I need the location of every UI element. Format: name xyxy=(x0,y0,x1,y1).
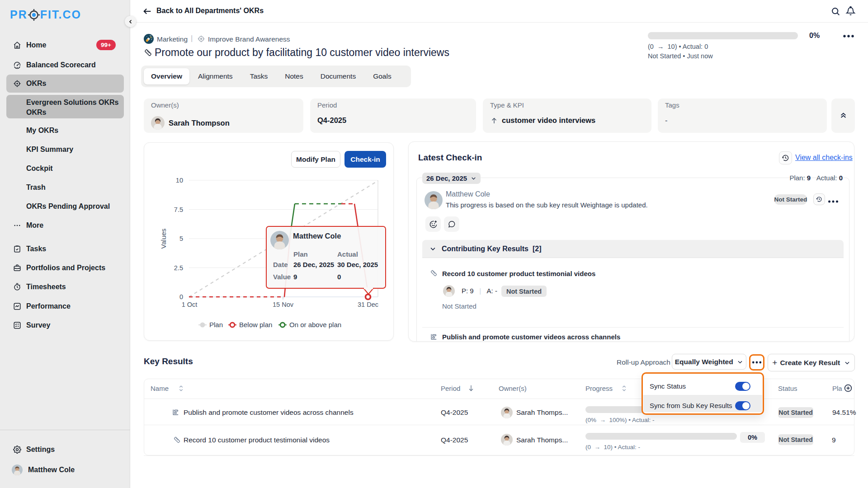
svg-text:Values: Values xyxy=(160,229,167,249)
svg-text:31 Dec: 31 Dec xyxy=(358,301,378,308)
svg-text:0: 0 xyxy=(179,293,183,300)
svg-text:1 Oct: 1 Oct xyxy=(182,301,198,308)
svg-text:7.5: 7.5 xyxy=(174,206,183,213)
svg-text:Plan: Plan xyxy=(209,321,223,328)
svg-text:On or above plan: On or above plan xyxy=(289,321,341,328)
svg-text:2.5: 2.5 xyxy=(174,264,183,272)
svg-text:15 Nov: 15 Nov xyxy=(273,301,294,308)
svg-text:5: 5 xyxy=(179,235,183,242)
svg-text:10: 10 xyxy=(176,177,183,184)
svg-text:Below plan: Below plan xyxy=(239,321,272,328)
